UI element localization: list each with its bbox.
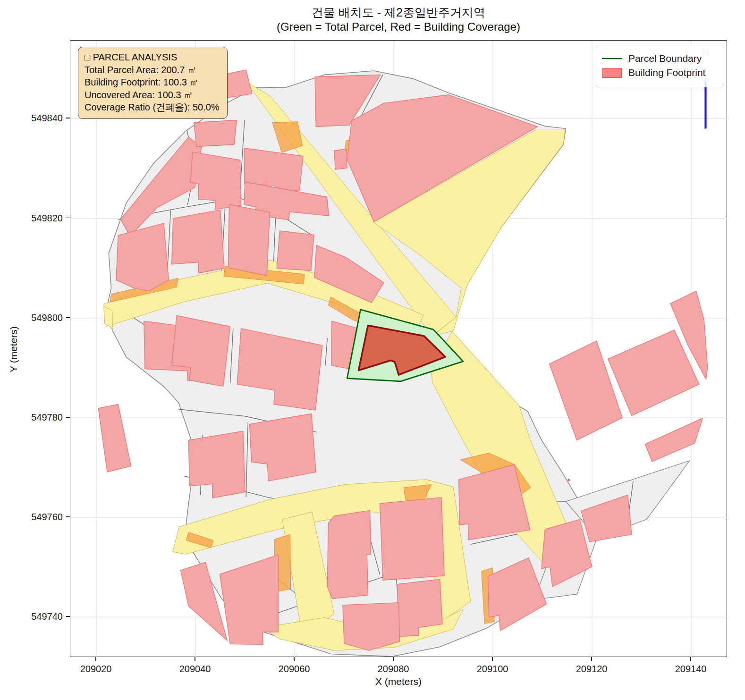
x-tick-mark — [294, 657, 295, 661]
legend-item-building-footprint: Building Footprint — [602, 67, 717, 78]
y-tick-mark — [66, 516, 70, 517]
y-tick-label: 549840 — [18, 113, 63, 124]
parcel-analysis-box: □ PARCEL ANALYSIS Total Parcel Area: 200… — [78, 47, 228, 119]
x-tick-mark — [393, 657, 394, 661]
plot-area: N — [70, 40, 727, 657]
green-line-icon — [602, 58, 622, 59]
x-tick-mark — [492, 657, 493, 661]
chart-title: 건물 배치도 - 제2종일반주거지역 (Green = Total Parcel… — [70, 5, 727, 34]
y-tick-label: 549780 — [18, 412, 63, 422]
chart-title-line2: (Green = Total Parcel, Red = Building Co… — [70, 20, 727, 34]
y-tick-label: 549800 — [18, 312, 63, 323]
legend-label: Parcel Boundary — [628, 53, 702, 64]
y-tick-mark — [66, 317, 70, 318]
y-tick-mark — [66, 616, 70, 617]
x-axis-label: X (meters) — [70, 676, 727, 687]
x-tick-mark — [95, 657, 96, 661]
y-tick-mark — [66, 417, 70, 418]
x-tick-label: 209040 — [179, 664, 211, 675]
y-tick-mark — [66, 118, 70, 118]
x-tick-mark — [591, 657, 592, 661]
x-tick-label: 209120 — [576, 664, 608, 675]
parcel-analysis-line: Uncovered Area: 100.3 ㎡ — [85, 89, 220, 101]
x-tick-mark — [690, 657, 691, 661]
parcel-analysis-line: Building Footprint: 100.3 ㎡ — [85, 76, 220, 89]
y-tick-label: 549820 — [18, 212, 63, 223]
map-canvas: N — [70, 41, 728, 658]
x-tick-label: 209140 — [675, 664, 707, 675]
legend-label: Building Footprint — [628, 67, 705, 78]
x-tick-label: 209060 — [279, 664, 310, 675]
y-tick-label: 549740 — [18, 611, 63, 622]
x-tick-label: 209020 — [80, 664, 112, 675]
parcel-analysis-heading: □ PARCEL ANALYSIS — [85, 51, 220, 64]
x-tick-label: 209100 — [477, 664, 508, 675]
x-tick-label: 209080 — [378, 664, 409, 675]
y-axis-label: Y (meters) — [8, 41, 19, 658]
red-patch-icon — [602, 68, 622, 78]
y-tick-label: 549760 — [18, 512, 63, 523]
parcel-analysis-line: Total Parcel Area: 200.7 ㎡ — [85, 64, 220, 76]
chart-title-line1: 건물 배치도 - 제2종일반주거지역 — [70, 5, 727, 20]
parcel-analysis-line: Coverage Ratio (건폐율): 50.0% — [85, 101, 220, 114]
figure-canvas: { "title": { "line1": "건물 배치도 - 제2종일반주거지… — [0, 0, 745, 700]
x-tick-mark — [195, 657, 195, 661]
legend: Parcel Boundary Building Footprint — [596, 45, 724, 87]
y-tick-mark — [66, 218, 70, 219]
legend-item-parcel-boundary: Parcel Boundary — [602, 53, 717, 64]
